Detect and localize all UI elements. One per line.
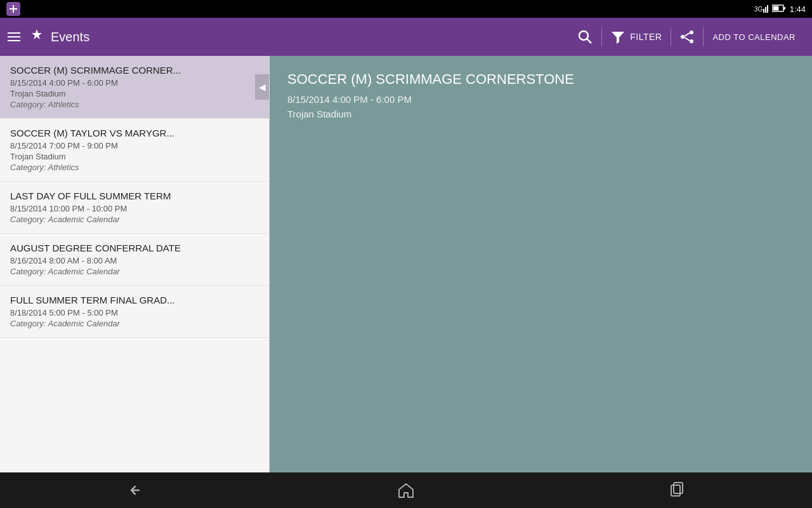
add-to-calendar-button[interactable]: ADD TO CALENDAR: [704, 26, 804, 48]
list-item[interactable]: SOCCER (M) TAYLOR VS MARYGR... 8/15/2014…: [0, 119, 269, 182]
event-title: AUGUST DEGREE CONFERRAL DATE: [10, 243, 259, 253]
event-location: Trojan Stadium: [10, 89, 259, 98]
filter-label: FILTER: [630, 32, 662, 42]
toolbar-title: Events: [51, 30, 568, 44]
list-item[interactable]: AUGUST DEGREE CONFERRAL DATE 8/16/2014 8…: [0, 234, 269, 286]
event-title: SOCCER (M) TAYLOR VS MARYGR...: [10, 128, 259, 138]
event-category: Category: Athletics: [10, 163, 259, 172]
svg-line-14: [684, 37, 690, 41]
list-item[interactable]: FULL SUMMER TERM FINAL GRAD... 8/18/2014…: [0, 286, 269, 338]
event-location: Trojan Stadium: [10, 152, 259, 161]
search-button[interactable]: [568, 23, 601, 51]
share-button[interactable]: [671, 23, 703, 50]
battery-icon: [772, 4, 786, 15]
add-to-calendar-label: ADD TO CALENDAR: [712, 32, 796, 42]
svg-rect-2: [765, 7, 766, 13]
svg-rect-6: [773, 6, 778, 10]
event-title: SOCCER (M) SCRIMMAGE CORNER...: [10, 65, 259, 76]
status-bar: 3G 1:44: [0, 0, 812, 18]
svg-rect-3: [767, 5, 768, 13]
detail-time: 8/15/2014 4:00 PM - 6:00 PM: [287, 94, 794, 105]
toolbar-logo-icon: [29, 28, 44, 46]
event-category: Category: Academic Calendar: [10, 215, 259, 224]
svg-point-7: [579, 31, 588, 40]
event-time: 8/15/2014 10:00 PM - 10:00 PM: [10, 204, 259, 213]
time-display: 1:44: [790, 4, 806, 14]
home-button[interactable]: [378, 475, 434, 505]
svg-point-10: [690, 30, 693, 34]
status-bar-right: 3G 1:44: [754, 4, 806, 15]
filter-icon: [611, 30, 625, 44]
bottom-nav: [0, 472, 812, 508]
search-icon: [577, 29, 593, 44]
svg-line-13: [684, 33, 690, 36]
svg-rect-5: [783, 7, 785, 10]
svg-text:3G: 3G: [754, 6, 763, 13]
svg-marker-9: [612, 32, 624, 44]
event-category: Category: Academic Calendar: [10, 267, 259, 276]
event-time: 8/18/2014 5:00 PM - 5:00 PM: [10, 308, 259, 318]
recents-button[interactable]: [649, 475, 705, 505]
event-time: 8/15/2014 4:00 PM - 6:00 PM: [10, 78, 259, 88]
list-item[interactable]: LAST DAY OF FULL SUMMER TERM 8/15/2014 1…: [0, 182, 269, 234]
home-icon: [397, 481, 415, 499]
event-title: LAST DAY OF FULL SUMMER TERM: [10, 190, 259, 201]
share-icon: [680, 30, 694, 44]
app-icon: [6, 2, 20, 16]
toolbar-actions: FILTER ADD TO CALENDAR: [568, 23, 804, 51]
signal-indicator: 3G: [754, 4, 768, 15]
event-detail-panel: SOCCER (M) SCRIMMAGE CORNERSTONE 8/15/20…: [270, 56, 812, 472]
back-icon: [126, 481, 144, 499]
event-time: 8/15/2014 7:00 PM - 9:00 PM: [10, 141, 259, 150]
toolbar: Events FILTER ADD TO: [0, 18, 812, 56]
detail-location: Trojan Stadium: [287, 109, 794, 119]
event-category: Category: Academic Calendar: [10, 319, 259, 328]
menu-icon[interactable]: [8, 32, 20, 41]
event-category: Category: Athletics: [10, 100, 259, 109]
svg-line-8: [587, 39, 592, 44]
main-content: SOCCER (M) SCRIMMAGE CORNER... 8/15/2014…: [0, 56, 812, 472]
list-item[interactable]: SOCCER (M) SCRIMMAGE CORNER... 8/15/2014…: [0, 56, 269, 119]
svg-rect-15: [671, 485, 680, 496]
event-time: 8/16/2014 8:00 AM - 8:00 AM: [10, 256, 259, 265]
svg-rect-16: [674, 483, 683, 493]
svg-point-12: [681, 35, 684, 39]
recents-icon: [668, 481, 686, 499]
back-button[interactable]: [107, 475, 163, 505]
svg-point-11: [690, 39, 693, 43]
event-list: SOCCER (M) SCRIMMAGE CORNER... 8/15/2014…: [0, 56, 270, 472]
svg-rect-1: [763, 9, 764, 13]
event-title: FULL SUMMER TERM FINAL GRAD...: [10, 295, 259, 305]
detail-title: SOCCER (M) SCRIMMAGE CORNERSTONE: [287, 71, 794, 88]
filter-button[interactable]: FILTER: [602, 23, 671, 50]
collapse-arrow[interactable]: ◀: [255, 74, 269, 100]
